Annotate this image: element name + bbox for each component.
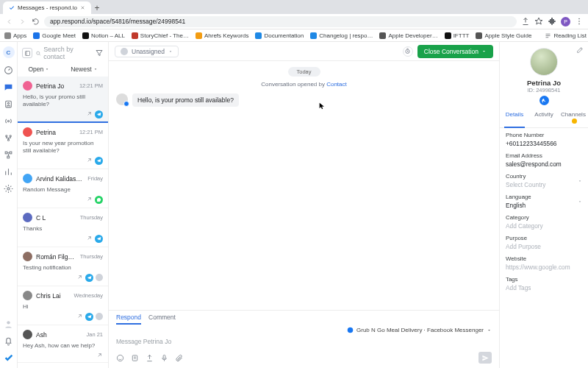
- conversation-name: Chris Lai: [36, 292, 71, 300]
- bookmark-item[interactable]: Apple Developer…: [379, 32, 437, 39]
- contact-avatar: [23, 252, 32, 261]
- contact-avatar: [23, 174, 32, 183]
- snooze-button[interactable]: [403, 46, 413, 57]
- assignee-mini-avatar: [96, 313, 103, 320]
- bookmarks-bar: Apps Google Meet Notion – ALL StoryChief…: [0, 29, 588, 42]
- website-value[interactable]: https://www.google.com: [506, 263, 582, 271]
- bookmark-item[interactable]: Ahrefs Keywords: [196, 32, 248, 39]
- conversation-item[interactable]: C LThursdayThanks: [18, 208, 108, 247]
- workflow-icon[interactable]: [4, 150, 13, 160]
- email-value[interactable]: sales@respond.com: [506, 160, 582, 168]
- outbound-icon: [86, 110, 93, 117]
- svg-point-19: [117, 355, 123, 361]
- tags-input[interactable]: Add Tags: [506, 284, 582, 291]
- contact-avatar: [23, 291, 32, 300]
- mic-icon[interactable]: [160, 354, 168, 362]
- edit-icon[interactable]: [576, 46, 584, 54]
- purpose-input[interactable]: Add Purpose: [506, 243, 582, 250]
- conversation-item[interactable]: Petrina12:21 PMIs your new year promotio…: [18, 123, 108, 169]
- url-bar[interactable]: app.respond.io/space/54816/message/24998…: [44, 16, 517, 27]
- tab-respond[interactable]: Respond: [116, 314, 141, 325]
- new-tab-button[interactable]: +: [91, 3, 103, 14]
- attachment-icon[interactable]: [175, 354, 183, 362]
- emoji-icon[interactable]: [116, 354, 124, 362]
- conversation-item[interactable]: Román FilgueiraThursdayTesting notificat…: [18, 247, 108, 286]
- telegram-icon: [85, 313, 93, 321]
- close-icon[interactable]: [80, 5, 85, 10]
- country-select[interactable]: Select Country: [506, 181, 545, 188]
- send-button[interactable]: [478, 352, 492, 364]
- search-input[interactable]: Search by contact: [35, 46, 92, 60]
- tab-channels[interactable]: Channels: [559, 108, 588, 127]
- tab-comment[interactable]: Comment: [148, 314, 176, 325]
- sort-filter[interactable]: Newest: [71, 66, 97, 73]
- svg-point-14: [7, 321, 10, 324]
- browser-tab[interactable]: Messages - respond.io: [3, 1, 91, 14]
- svg-point-0: [578, 18, 580, 20]
- conversation-time: Thursday: [80, 253, 103, 260]
- status-filter[interactable]: Open: [28, 66, 49, 73]
- conversation-snippet: Hello, is your promo still available?: [23, 93, 103, 108]
- contacts-icon[interactable]: [4, 99, 13, 109]
- channel-selector[interactable]: Grub N Go Meal Delivery · Facebook Messe…: [356, 327, 484, 333]
- dashboard-icon[interactable]: [4, 66, 13, 75]
- phone-value[interactable]: +60112233445566: [506, 140, 582, 147]
- assignee-picker[interactable]: Unassigned: [115, 46, 179, 57]
- category-input[interactable]: Add Category: [506, 222, 582, 230]
- svg-point-18: [348, 328, 354, 333]
- field-label: Purpose: [506, 235, 582, 241]
- bookmark-item[interactable]: Apple Style Guide: [476, 32, 531, 39]
- workspace-switcher[interactable]: C: [3, 46, 15, 58]
- bookmark-item[interactable]: Documentation: [255, 32, 304, 39]
- kebab-icon[interactable]: [575, 17, 584, 26]
- filter-icon[interactable]: [95, 49, 104, 57]
- conversation-item[interactable]: Chris LaiWednesdayHi: [18, 286, 108, 325]
- bookmark-item[interactable]: Google Meet: [33, 32, 76, 39]
- notifications-icon[interactable]: [4, 336, 13, 346]
- messages-icon[interactable]: [4, 82, 13, 92]
- conversation-time: Thursday: [80, 214, 103, 221]
- messenger-channel-icon: [539, 96, 549, 105]
- contact-link[interactable]: Contact: [326, 81, 347, 88]
- language-select[interactable]: English: [506, 202, 531, 209]
- conversation-thread: Unassigned Close Conversation Today Conv…: [109, 42, 500, 368]
- settings-icon[interactable]: [4, 184, 13, 194]
- bookmark-item[interactable]: StoryChief - The…: [132, 32, 189, 39]
- tab-details[interactable]: Details: [500, 108, 529, 127]
- svg-point-13: [7, 188, 10, 190]
- profile-avatar[interactable]: P: [561, 17, 570, 26]
- conversation-item[interactable]: AshJan 21Hey Ash, how can we help?: [18, 325, 108, 363]
- contact-details-panel: Petrina Jo ID: 24998541 Details Activity…: [500, 42, 588, 368]
- automation-icon[interactable]: [4, 133, 13, 143]
- star-icon[interactable]: [534, 17, 543, 26]
- share-icon[interactable]: [521, 17, 530, 26]
- conversation-snippet: Testing notification: [23, 264, 103, 272]
- bookmark-item[interactable]: IFTTT: [445, 32, 470, 39]
- close-conversation-button[interactable]: Close Conversation: [417, 45, 493, 58]
- bookmark-item[interactable]: Changelog | respo…: [310, 32, 373, 39]
- bookmark-item[interactable]: Notion – ALL: [82, 32, 125, 39]
- messenger-badge-icon: [123, 101, 129, 107]
- conversation-snippet: Thanks: [23, 225, 103, 233]
- broadcast-icon[interactable]: [4, 116, 13, 126]
- svg-point-2: [578, 24, 580, 25]
- reload-button[interactable]: [31, 17, 40, 26]
- field-label: Tags: [506, 276, 582, 283]
- composer-tabs: Respond Comment: [109, 310, 499, 325]
- user-avatar-rail[interactable]: [4, 319, 13, 329]
- composer-input[interactable]: Message Petrina Jo: [116, 338, 492, 345]
- bookmark-apps[interactable]: Apps: [4, 32, 26, 39]
- snippet-icon[interactable]: [131, 354, 139, 362]
- back-button[interactable]: [4, 17, 13, 26]
- upload-icon[interactable]: [146, 354, 154, 362]
- tab-activity[interactable]: Activity: [529, 108, 559, 127]
- extensions-icon[interactable]: [548, 17, 556, 26]
- forward-button[interactable]: [18, 17, 26, 26]
- conversation-item[interactable]: Arvind Kalidas NairFridayRandom Message: [18, 169, 108, 208]
- contact-id: ID: 24998541: [527, 87, 560, 93]
- reading-list[interactable]: Reading List: [545, 32, 586, 39]
- contact-avatar: [23, 81, 32, 91]
- conversation-item[interactable]: Petrina Jo12:21 PMHello, is your promo s…: [18, 77, 108, 123]
- reports-icon[interactable]: [4, 167, 13, 177]
- inbox-picker[interactable]: [22, 48, 32, 58]
